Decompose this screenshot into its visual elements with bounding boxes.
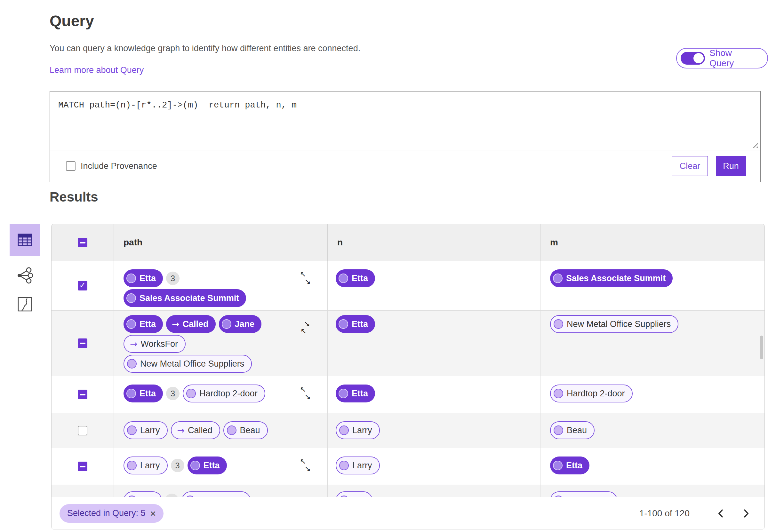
row-checkbox[interactable]: [78, 390, 87, 399]
node-pill[interactable]: Larry: [124, 457, 168, 474]
node-circle-icon: [339, 496, 349, 497]
node-pill[interactable]: Hardtop 2-door: [550, 385, 633, 402]
pagination-label: 1-100 of 120: [639, 508, 690, 519]
node-pill[interactable]: Etta: [550, 457, 589, 474]
pill-label: Sales Associate Summit: [140, 293, 239, 303]
edge-arrow-icon: →: [172, 319, 179, 330]
pill-label: Hardtop 2-door: [199, 389, 258, 399]
prev-page-button[interactable]: [718, 509, 724, 518]
table-header-row: path n m: [52, 224, 764, 261]
show-query-toggle[interactable]: Show Query: [676, 48, 768, 68]
graph-view-icon: [17, 267, 33, 284]
node-pill[interactable]: Etta: [124, 315, 163, 333]
toggle-switch-icon[interactable]: [681, 52, 705, 65]
edge-pill[interactable]: →Called: [171, 421, 220, 439]
table-row: Larry→CalledBeauLarryBeau: [52, 413, 764, 448]
node-pill[interactable]: Etta: [124, 269, 163, 287]
expand-cell-icon[interactable]: ↖↘: [300, 458, 311, 472]
node-circle-icon: [339, 274, 348, 283]
pill-label: Beau: [567, 425, 587, 435]
node-circle-icon: [127, 496, 137, 497]
node-circle-icon: [127, 425, 137, 435]
node-pill[interactable]: Beau: [550, 421, 595, 439]
table-row: Larry3Etta↖↘LarryEtta: [52, 448, 764, 485]
pill-label: Etta: [204, 461, 220, 471]
expand-cell-icon[interactable]: ↖↘: [300, 386, 311, 401]
node-circle-icon: [339, 319, 348, 329]
node-circle-icon: [186, 389, 196, 398]
node-circle-icon: [126, 389, 136, 398]
select-all-checkbox[interactable]: [78, 238, 87, 247]
row-checkbox[interactable]: [78, 426, 87, 435]
include-provenance-checkbox[interactable]: [66, 161, 76, 171]
node-pill[interactable]: New Metal Office Suppliers: [550, 315, 678, 333]
learn-more-link[interactable]: Learn more about Query: [50, 65, 144, 75]
node-pill[interactable]: Larry: [336, 421, 380, 439]
pill-label: Hardtop 2-door: [567, 389, 625, 399]
node-circle-icon: [126, 319, 136, 329]
node-pill[interactable]: Jane: [219, 315, 262, 333]
graph-view-button[interactable]: [10, 266, 40, 285]
row-checkbox[interactable]: [78, 338, 87, 348]
show-query-label: Show Query: [709, 48, 758, 68]
node-pill[interactable]: New Metal Office Suppliers: [124, 355, 252, 373]
node-pill[interactable]: [336, 491, 372, 497]
path-count-badge[interactable]: [165, 494, 179, 497]
column-header-n: n: [328, 224, 540, 261]
node-circle-icon: [222, 319, 231, 329]
chevron-right-icon: [743, 509, 749, 518]
chip-close-icon[interactable]: ×: [150, 508, 156, 519]
clear-button[interactable]: Clear: [672, 156, 708, 176]
edge-pill[interactable]: →WorksFor: [124, 335, 186, 353]
path-count-badge[interactable]: 3: [171, 459, 184, 472]
map-view-button[interactable]: [10, 295, 40, 314]
pill-label: New Metal Office Suppliers: [567, 319, 671, 329]
query-textarea[interactable]: [50, 91, 760, 150]
node-pill[interactable]: Hardtop 2-door: [183, 385, 265, 402]
path-count-badge[interactable]: 3: [166, 272, 180, 285]
node-pill[interactable]: Larry: [336, 457, 380, 474]
edge-pill[interactable]: →Called: [166, 315, 216, 333]
node-pill[interactable]: Beau: [223, 421, 268, 439]
query-editor-card: Include Provenance Clear Run: [50, 91, 761, 182]
node-circle-icon: [126, 293, 136, 303]
node-pill[interactable]: Etta: [336, 269, 375, 287]
pill-label: Etta: [352, 389, 368, 399]
pill-label: Etta: [140, 274, 156, 283]
view-switcher: [10, 224, 40, 314]
node-circle-icon: [127, 461, 137, 470]
row-checkbox[interactable]: [78, 462, 87, 471]
collapse-cell-icon[interactable]: ↘↖: [300, 320, 311, 335]
next-page-button[interactable]: [743, 509, 749, 518]
pill-label: Jane: [235, 319, 255, 329]
run-button[interactable]: Run: [716, 156, 746, 176]
path-count-badge[interactable]: 3: [166, 387, 180, 400]
node-pill[interactable]: Etta: [336, 385, 375, 402]
selected-in-query-chip[interactable]: Selected in Query: 5 ×: [60, 504, 164, 523]
chevron-left-icon: [718, 509, 724, 518]
table-footer: Selected in Query: 5 × 1-100 of 120: [52, 497, 764, 529]
expand-cell-icon[interactable]: ↖↘: [300, 271, 311, 285]
column-header-path: path: [114, 224, 328, 261]
table-view-button[interactable]: [10, 224, 40, 256]
pill-label: Called: [188, 425, 212, 435]
query-toolbar: Include Provenance Clear Run: [50, 150, 760, 182]
node-pill[interactable]: Sales Associate Summit: [550, 269, 673, 287]
include-provenance-label: Include Provenance: [81, 161, 157, 171]
row-checkbox[interactable]: [78, 281, 87, 290]
scrollbar-thumb[interactable]: [760, 336, 763, 359]
node-pill[interactable]: Etta: [124, 385, 163, 402]
node-pill[interactable]: Etta: [188, 457, 227, 474]
node-pill[interactable]: Etta: [336, 315, 375, 333]
node-pill[interactable]: [124, 491, 162, 497]
node-pill[interactable]: [182, 491, 251, 497]
node-circle-icon: [185, 496, 195, 497]
pill-label: Larry: [140, 425, 160, 435]
pill-label: Etta: [352, 319, 368, 329]
node-pill[interactable]: Sales Associate Summit: [124, 289, 246, 307]
node-circle-icon: [190, 461, 200, 470]
node-pill[interactable]: [550, 491, 617, 497]
pill-label: Larry: [140, 461, 160, 471]
toggle-knob: [693, 53, 704, 63]
node-pill[interactable]: Larry: [124, 421, 168, 439]
